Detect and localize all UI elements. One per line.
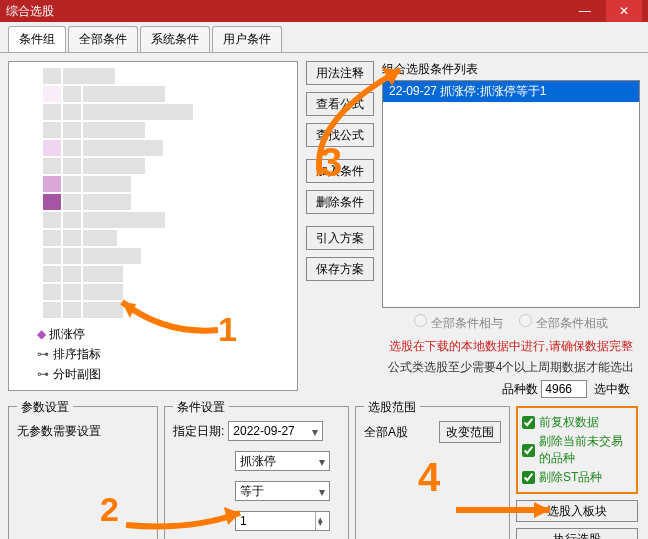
delete-condition-button[interactable]: 删除条件	[306, 190, 374, 214]
window-title: 综合选股	[6, 3, 567, 20]
data-warning-message: 选股在下载的本地数据中进行,请确保数据完整	[382, 338, 640, 355]
minimize-button[interactable]: —	[567, 0, 603, 22]
add-to-block-button[interactable]: 选股入板块	[516, 500, 638, 522]
condition-settings-panel: 条件设置 指定日期: 2022-09-27 抓涨停 等于 1	[164, 406, 349, 539]
scope-panel: 选股范围 全部A股 改变范围	[355, 406, 510, 539]
check-forward-adjust[interactable]: 前复权数据	[522, 414, 632, 431]
radio-or[interactable]: 全部条件相或	[519, 316, 607, 330]
combine-mode-radios: 全部条件相与 全部条件相或	[382, 308, 640, 334]
scope-panel-title: 选股范围	[364, 399, 420, 416]
add-condition-button[interactable]: 加入条件	[306, 159, 374, 183]
value-spinner[interactable]	[315, 512, 329, 530]
date-label: 指定日期:	[173, 423, 224, 440]
tree-item-sort-indicator[interactable]: ⊶排序指标	[35, 344, 103, 364]
condition-tree[interactable]: ◆抓涨停 ⊶排序指标 ⊶分时副图	[8, 61, 298, 391]
param-empty-msg: 无参数需要设置	[17, 423, 149, 440]
selected-count-label: 选中数	[594, 382, 630, 396]
change-scope-button[interactable]: 改变范围	[439, 421, 501, 443]
titlebar: 综合选股 — ✕	[0, 0, 648, 22]
tab-system-conditions[interactable]: 系统条件	[140, 26, 210, 52]
variety-count-label: 品种数	[502, 382, 538, 396]
check-exclude-nontrading[interactable]: 剔除当前未交易的品种	[522, 433, 632, 467]
cond-panel-title: 条件设置	[173, 399, 229, 416]
view-formula-button[interactable]: 查看公式	[306, 92, 374, 116]
field-select[interactable]: 抓涨停	[235, 451, 330, 471]
variety-count-value	[541, 380, 587, 398]
tree-item-intraday-subchart[interactable]: ⊶分时副图	[35, 364, 103, 384]
options-column: 前复权数据 剔除当前未交易的品种 剔除ST品种 选股入板块 执行选股	[516, 406, 638, 539]
value-input[interactable]: 1	[235, 511, 330, 531]
radio-and[interactable]: 全部条件相与	[414, 316, 502, 330]
find-formula-button[interactable]: 查找公式	[306, 123, 374, 147]
execute-select-button[interactable]: 执行选股	[516, 528, 638, 539]
param-settings-panel: 参数设置 无参数需要设置	[8, 406, 158, 539]
tab-bar: 条件组 全部条件 系统条件 用户条件	[0, 22, 648, 53]
tree-item-catch-limit-up[interactable]: ◆抓涨停	[35, 324, 103, 344]
options-checkbox-group: 前复权数据 剔除当前未交易的品种 剔除ST品种	[516, 406, 638, 494]
import-plan-button[interactable]: 引入方案	[306, 226, 374, 250]
usage-notes-button[interactable]: 用法注释	[306, 61, 374, 85]
combo-condition-item[interactable]: 22-09-27 抓涨停:抓涨停等于1	[383, 81, 639, 102]
tab-all-conditions[interactable]: 全部条件	[68, 26, 138, 52]
count-row: 品种数 选中数	[382, 376, 640, 398]
tab-condition-group[interactable]: 条件组	[8, 26, 66, 52]
check-exclude-st[interactable]: 剔除ST品种	[522, 469, 632, 486]
period-requirement-message: 公式类选股至少需要4个以上周期数据才能选出	[382, 359, 640, 376]
middle-button-column: 用法注释 查看公式 查找公式 加入条件 删除条件 引入方案 保存方案	[306, 61, 374, 398]
tab-user-conditions[interactable]: 用户条件	[212, 26, 282, 52]
date-select[interactable]: 2022-09-27	[228, 421, 323, 441]
combo-conditions-label: 组合选股条件列表	[382, 61, 640, 78]
pixelated-content	[43, 68, 223, 320]
param-panel-title: 参数设置	[17, 399, 73, 416]
save-plan-button[interactable]: 保存方案	[306, 257, 374, 281]
operator-select[interactable]: 等于	[235, 481, 330, 501]
combo-conditions-listbox[interactable]: 22-09-27 抓涨停:抓涨停等于1	[382, 80, 640, 308]
close-button[interactable]: ✕	[606, 0, 642, 22]
scope-value: 全部A股	[364, 424, 408, 441]
